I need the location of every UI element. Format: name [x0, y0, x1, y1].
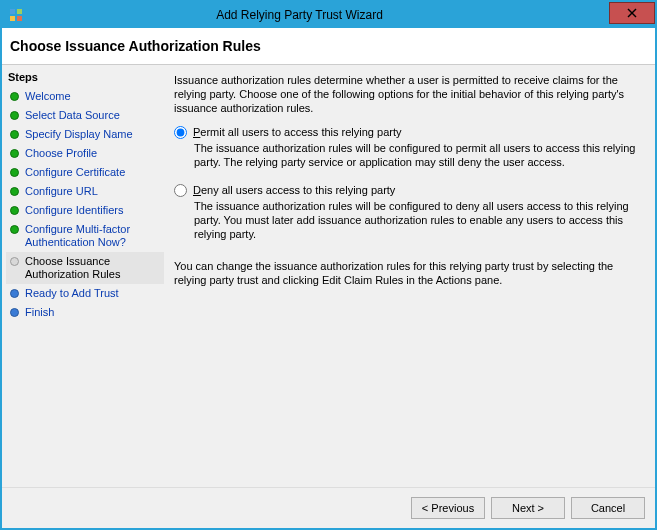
step-10[interactable]: Finish [6, 303, 164, 322]
step-3[interactable]: Choose Profile [6, 144, 164, 163]
titlebar: Add Relying Party Trust Wizard [2, 2, 655, 28]
page-header: Choose Issuance Authorization Rules [2, 28, 655, 65]
svg-rect-0 [10, 9, 15, 14]
app-icon [8, 7, 24, 23]
note-text: You can change the issuance authorizatio… [174, 259, 645, 287]
svg-rect-3 [17, 16, 22, 21]
step-link[interactable]: Choose Profile [25, 147, 97, 160]
step-link[interactable]: Ready to Add Trust [25, 287, 119, 300]
cancel-button[interactable]: Cancel [571, 497, 645, 519]
next-button[interactable]: Next > [491, 497, 565, 519]
radio-permit-description: The issuance authorization rules will be… [194, 141, 645, 169]
radio-deny-label[interactable]: Deny all users access to this relying pa… [193, 183, 395, 197]
wizard-window: Add Relying Party Trust Wizard Choose Is… [0, 0, 657, 530]
radio-deny[interactable] [174, 184, 187, 197]
step-link[interactable]: Configure Multi-factor Authentication No… [25, 223, 160, 249]
intro-text: Issuance authorization rules determine w… [174, 73, 645, 115]
content-pane: Issuance authorization rules determine w… [164, 65, 655, 487]
step-bullet-icon [10, 257, 19, 266]
step-bullet-icon [10, 149, 19, 158]
option-deny[interactable]: Deny all users access to this relying pa… [174, 183, 645, 197]
step-bullet-icon [10, 130, 19, 139]
steps-list: WelcomeSelect Data SourceSpecify Display… [6, 87, 164, 322]
step-bullet-icon [10, 187, 19, 196]
steps-sidebar: Steps WelcomeSelect Data SourceSpecify D… [2, 65, 164, 487]
wizard-body: Steps WelcomeSelect Data SourceSpecify D… [2, 65, 655, 487]
step-bullet-icon [10, 111, 19, 120]
step-0[interactable]: Welcome [6, 87, 164, 106]
step-bullet-icon [10, 92, 19, 101]
step-bullet-icon [10, 308, 19, 317]
step-link[interactable]: Finish [25, 306, 54, 319]
step-7[interactable]: Configure Multi-factor Authentication No… [6, 220, 164, 252]
step-label: Choose Issuance Authorization Rules [25, 255, 160, 281]
radio-permit-label[interactable]: Permit all users to access this relying … [193, 125, 401, 139]
step-link[interactable]: Configure URL [25, 185, 98, 198]
svg-rect-2 [10, 16, 15, 21]
step-link[interactable]: Select Data Source [25, 109, 120, 122]
step-4[interactable]: Configure Certificate [6, 163, 164, 182]
step-link[interactable]: Welcome [25, 90, 71, 103]
step-bullet-icon [10, 225, 19, 234]
step-bullet-icon [10, 289, 19, 298]
close-button[interactable] [609, 2, 655, 24]
step-2[interactable]: Specify Display Name [6, 125, 164, 144]
radio-deny-description: The issuance authorization rules will be… [194, 199, 645, 241]
step-link[interactable]: Specify Display Name [25, 128, 133, 141]
step-bullet-icon [10, 168, 19, 177]
previous-button[interactable]: < Previous [411, 497, 485, 519]
step-8: Choose Issuance Authorization Rules [6, 252, 164, 284]
step-link[interactable]: Configure Identifiers [25, 204, 123, 217]
step-bullet-icon [10, 206, 19, 215]
window-title: Add Relying Party Trust Wizard [30, 8, 609, 22]
steps-label: Steps [6, 69, 164, 87]
svg-rect-1 [17, 9, 22, 14]
radio-permit[interactable] [174, 126, 187, 139]
option-permit[interactable]: Permit all users to access this relying … [174, 125, 645, 139]
step-5[interactable]: Configure URL [6, 182, 164, 201]
step-9[interactable]: Ready to Add Trust [6, 284, 164, 303]
step-6[interactable]: Configure Identifiers [6, 201, 164, 220]
step-1[interactable]: Select Data Source [6, 106, 164, 125]
footer: < Previous Next > Cancel [2, 487, 655, 528]
step-link[interactable]: Configure Certificate [25, 166, 125, 179]
page-title: Choose Issuance Authorization Rules [10, 38, 647, 54]
